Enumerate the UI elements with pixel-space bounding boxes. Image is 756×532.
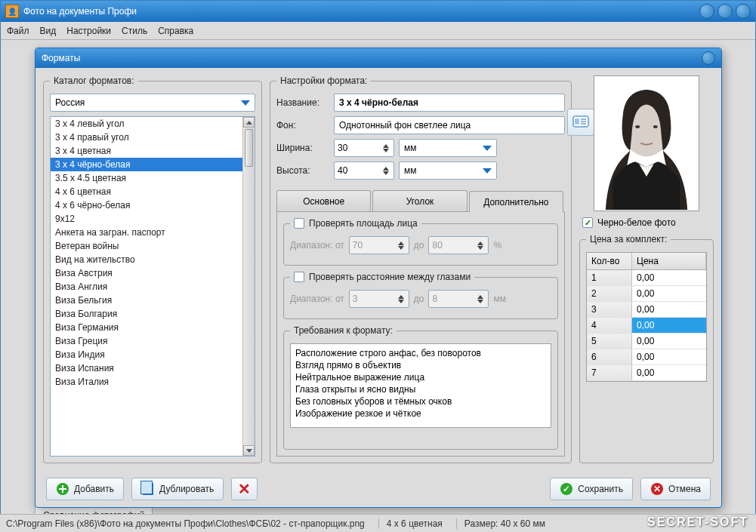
list-item[interactable]: 3 x 4 правый угол bbox=[51, 131, 242, 144]
tab-corner[interactable]: Уголок bbox=[372, 190, 467, 211]
list-item[interactable]: Виза Германия bbox=[51, 321, 242, 334]
table-row[interactable]: 50,00 bbox=[587, 334, 706, 349]
svg-point-7 bbox=[635, 125, 640, 128]
table-row[interactable]: 40,00 bbox=[587, 318, 706, 334]
bw-checkbox[interactable] bbox=[582, 217, 593, 228]
requirement-item: Нейтральное выражение лица bbox=[295, 371, 546, 383]
menu-view[interactable]: Вид bbox=[40, 26, 57, 36]
table-row[interactable]: 10,00 bbox=[587, 270, 706, 286]
menu-file[interactable]: Файл bbox=[7, 26, 29, 36]
status-format: 4 x 6 цветная bbox=[378, 518, 443, 529]
requirements-group: Требования к формату: Расположение строг… bbox=[283, 325, 558, 450]
check-eye-dist[interactable] bbox=[294, 272, 304, 282]
list-item[interactable]: Анкета на загран. паспорт bbox=[51, 226, 242, 239]
price-table[interactable]: Кол-во Цена 10,0020,0030,0040,0050,0060,… bbox=[586, 252, 707, 382]
height-spinner[interactable]: 40 bbox=[334, 161, 394, 180]
height-unit-combo[interactable]: мм bbox=[399, 161, 497, 180]
person-photo-icon bbox=[594, 76, 699, 210]
width-unit-combo[interactable]: мм bbox=[399, 139, 497, 157]
dialog-close-button[interactable] bbox=[702, 51, 715, 65]
svg-rect-1 bbox=[575, 118, 579, 125]
list-item[interactable]: Виза Греция bbox=[51, 334, 242, 348]
bg-input[interactable]: Однотонный фон светлее лица bbox=[334, 116, 565, 134]
table-row[interactable]: 70,00 bbox=[587, 365, 706, 381]
app-title: Фото на документы Профи bbox=[23, 6, 699, 17]
dialog-title: Форматы bbox=[42, 53, 702, 63]
scroll-up-button[interactable] bbox=[243, 117, 255, 128]
scroll-thumb[interactable] bbox=[245, 129, 253, 167]
col-price: Цена bbox=[632, 253, 706, 269]
height-label: Высота: bbox=[276, 165, 329, 176]
chevron-down-icon bbox=[241, 100, 250, 106]
formats-listbox[interactable]: 3 x 4 левый угол3 x 4 правый угол3 x 4 ц… bbox=[50, 116, 255, 457]
list-item[interactable]: Виза Италия bbox=[51, 375, 242, 389]
list-item[interactable]: Вид на жительство bbox=[51, 253, 242, 266]
maximize-button[interactable] bbox=[717, 4, 733, 19]
cancel-button[interactable]: ✕Отмена bbox=[640, 478, 711, 500]
scrollbar[interactable] bbox=[242, 117, 255, 456]
requirements-list[interactable]: Расположение строго анфас, без поворотов… bbox=[290, 343, 551, 428]
width-spinner[interactable]: 30 bbox=[334, 139, 394, 157]
table-row[interactable]: 20,00 bbox=[587, 286, 706, 302]
list-item[interactable]: Виза Англия bbox=[51, 280, 242, 294]
check-icon: ✓ bbox=[560, 483, 572, 495]
menubar: Файл Вид Настройки Стиль Справка bbox=[1, 22, 755, 40]
list-item[interactable]: 3 x 4 чёрно-белая bbox=[51, 158, 242, 171]
eye-from-spinner: 3 bbox=[349, 290, 409, 308]
add-button[interactable]: Добавить bbox=[46, 478, 124, 500]
list-item[interactable]: 3 x 4 левый угол bbox=[51, 117, 242, 131]
menu-settings[interactable]: Настройки bbox=[66, 26, 111, 36]
table-row[interactable]: 60,00 bbox=[587, 349, 706, 365]
list-item[interactable]: Виза Австрия bbox=[51, 266, 242, 280]
minimize-button[interactable] bbox=[699, 4, 714, 19]
titlebar: 👤 Фото на документы Профи bbox=[1, 1, 755, 22]
menu-help[interactable]: Справка bbox=[158, 26, 193, 36]
tab-extra[interactable]: Дополнительно bbox=[469, 191, 563, 212]
requirement-item: Расположение строго анфас, без поворотов bbox=[295, 347, 546, 359]
list-item[interactable]: 3.5 x 4.5 цветная bbox=[51, 171, 242, 185]
app-icon: 👤 bbox=[5, 5, 19, 18]
scroll-down-button[interactable] bbox=[243, 445, 255, 456]
tab-content: Проверять площадь лица Диапазон: от 70 д… bbox=[276, 211, 565, 457]
check-face-area[interactable] bbox=[294, 218, 304, 229]
list-item[interactable]: 4 x 6 цветная bbox=[51, 185, 242, 198]
chevron-down-icon bbox=[483, 168, 492, 174]
list-item[interactable]: 4 x 6 чёрно-белая bbox=[51, 198, 242, 212]
status-path: C:\Program Files (x86)\Фото на документы… bbox=[6, 518, 365, 529]
list-item[interactable]: Ветеран войны bbox=[51, 239, 242, 253]
list-item[interactable]: Виза Бельгия bbox=[51, 294, 242, 307]
price-group: Цена за комплект: Кол-во Цена 10,0020,00… bbox=[579, 234, 714, 463]
chevron-down-icon bbox=[483, 146, 492, 151]
list-item[interactable]: Виза Испания bbox=[51, 361, 242, 375]
apply-dimensions-button[interactable] bbox=[567, 109, 594, 136]
list-item[interactable]: 3 x 4 цветная bbox=[51, 144, 242, 158]
face-to-spinner: 80 bbox=[428, 236, 489, 254]
requirement-item: Изображение резкое и чёткое bbox=[295, 407, 546, 420]
id-card-icon bbox=[572, 115, 589, 129]
price-legend: Цена за комплект: bbox=[586, 234, 671, 244]
face-from-spinner: 70 bbox=[349, 236, 409, 254]
country-value: Россия bbox=[55, 97, 241, 108]
delete-button[interactable]: ✕ bbox=[231, 478, 258, 500]
table-row[interactable]: 30,00 bbox=[587, 302, 706, 318]
bw-label: Черно-белое фото bbox=[597, 217, 676, 228]
statusbar: C:\Program Files (x86)\Фото на документы… bbox=[0, 514, 756, 532]
name-input[interactable]: 3 х 4 чёрно-белая bbox=[334, 94, 565, 112]
save-button[interactable]: ✓Сохранить bbox=[550, 478, 633, 500]
list-item[interactable]: Виза Индия bbox=[51, 348, 242, 361]
list-item[interactable]: Виза Болгария bbox=[51, 307, 242, 321]
catalog-group: Каталог форматов: Россия 3 x 4 левый уго… bbox=[43, 75, 262, 463]
formats-dialog: Форматы Каталог форматов: Россия 3 x 4 л… bbox=[35, 48, 722, 508]
requirement-item: Взгляд прямо в объектив bbox=[295, 359, 546, 371]
status-size: Размер: 40 x 60 мм bbox=[456, 518, 545, 529]
col-qty: Кол-во bbox=[587, 253, 632, 269]
duplicate-button[interactable]: Дублировать bbox=[131, 478, 224, 500]
menu-style[interactable]: Стиль bbox=[122, 26, 147, 36]
country-combo[interactable]: Россия bbox=[50, 94, 255, 112]
range-label: Диапазон: от bbox=[290, 294, 344, 304]
tab-main[interactable]: Основное bbox=[276, 190, 371, 211]
catalog-legend: Каталог форматов: bbox=[50, 75, 138, 86]
eye-to-spinner: 8 bbox=[428, 290, 489, 308]
list-item[interactable]: 9x12 bbox=[51, 212, 242, 226]
close-button[interactable] bbox=[736, 4, 751, 19]
